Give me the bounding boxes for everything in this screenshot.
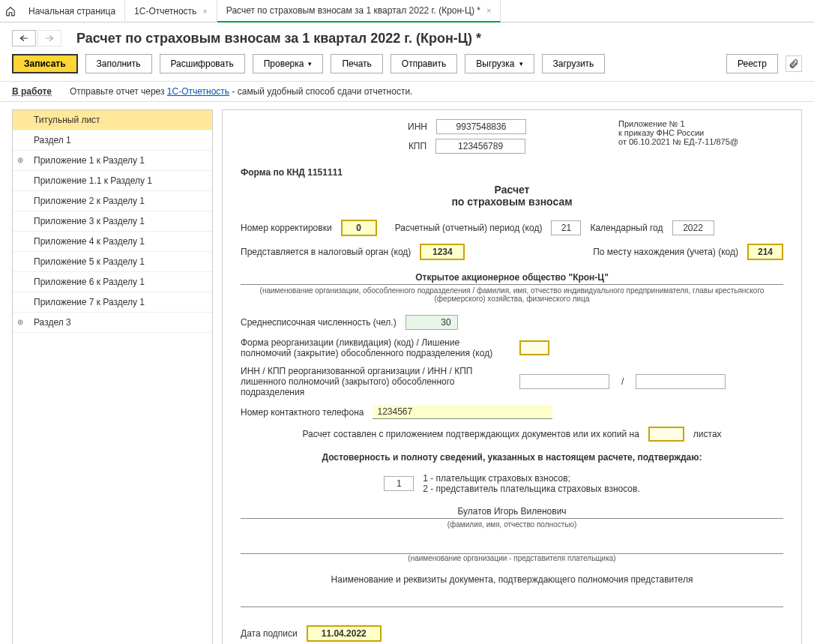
sidebar-item-app7[interactable]: Приложение 7 к Разделу 1 — [13, 292, 212, 313]
doc-field[interactable] — [241, 594, 783, 607]
home-icon — [4, 5, 16, 17]
sidebar-item-app5[interactable]: Приложение 5 к Разделу 1 — [13, 252, 212, 272]
sidebar-label: Приложение 1 к Разделу 1 — [34, 155, 145, 166]
info-text: Отправьте отчет через 1С-Отчетность - са… — [70, 86, 412, 97]
confirm-opt2: 2 - представитель плательщика страховых … — [423, 484, 639, 494]
tab-bar: Начальная страница 1С-Отчетность × Расче… — [0, 0, 814, 22]
inn-field[interactable]: 9937548836 — [436, 119, 526, 134]
sidebar-label: Раздел 3 — [34, 317, 71, 328]
inn-label: ИНН — [408, 121, 427, 132]
kpp-label: КПП — [408, 141, 426, 151]
tab-home[interactable]: Начальная страница — [19, 0, 125, 22]
form-title-line1: Расчет — [241, 184, 783, 196]
org-name[interactable]: Открытое акционерное общество "Крон-Ц" — [241, 272, 783, 285]
sign-date-field[interactable]: 11.04.2022 — [307, 625, 382, 642]
reorg-inn-field[interactable] — [519, 374, 609, 389]
sheets-label1: Расчет составлен с приложением подтвержд… — [302, 429, 639, 439]
import-button[interactable]: Загрузить — [542, 54, 606, 73]
confirm-options: 1 - плательщик страховых взносов; 2 - пр… — [423, 473, 639, 494]
sidebar-item-app3[interactable]: Приложение 3 к Разделу 1 — [13, 211, 212, 232]
tax-auth-field[interactable]: 1234 — [420, 244, 465, 260]
slash-separator: / — [618, 376, 627, 387]
org-hint: (наименование организации, обособленного… — [241, 286, 783, 303]
close-icon[interactable]: × — [486, 6, 491, 15]
print-button[interactable]: Печать — [331, 54, 382, 73]
form-title: Расчет по страховым взносам — [241, 184, 783, 208]
fio-field[interactable]: Булатов Игорь Виленович — [241, 506, 783, 519]
appendix-line: к приказу ФНС России — [618, 128, 783, 137]
appendix-info: Приложение № 1 к приказу ФНС России от 0… — [618, 119, 783, 146]
tab-home-label: Начальная страница — [28, 6, 115, 16]
chevron-down-icon: ▾ — [308, 60, 312, 67]
page-header: Расчет по страховым взносам за 1 квартал… — [0, 22, 814, 51]
avg-count-field[interactable]: 30 — [406, 315, 458, 330]
check-button-label: Проверка — [264, 58, 304, 69]
reorg-inn-label: ИНН / КПП реорганизованной организации /… — [241, 366, 510, 397]
tab-reporting[interactable]: 1С-Отчетность × — [125, 0, 217, 22]
confirm-opt1: 1 - плательщик страховых взносов; — [423, 473, 639, 484]
export-button-label: Выгрузка — [476, 58, 514, 69]
doc-title: Наименование и реквизиты документа, подт… — [241, 574, 783, 585]
phone-label: Номер контактного телефона — [241, 407, 364, 418]
sidebar-item-section3[interactable]: ⊕Раздел 3 — [13, 313, 212, 333]
export-button[interactable]: Выгрузка▾ — [465, 54, 534, 73]
registry-button[interactable]: Реестр — [726, 54, 778, 73]
tab-reporting-label: 1С-Отчетность — [134, 6, 196, 16]
nav-back-button[interactable] — [12, 30, 36, 46]
sidebar-item-section1[interactable]: Раздел 1 — [13, 130, 212, 151]
save-button[interactable]: Записать — [12, 54, 78, 73]
status-label[interactable]: В работе — [12, 86, 52, 97]
close-icon[interactable]: × — [202, 7, 207, 16]
page-title: Расчет по страховым взносам за 1 квартал… — [76, 31, 481, 46]
info-bar: В работе Отправьте отчет через 1С-Отчетн… — [0, 81, 814, 102]
sidebar: Титульный лист Раздел 1 ⊕Приложение 1 к … — [12, 109, 213, 644]
chevron-down-icon: ▾ — [519, 60, 523, 67]
sidebar-item-app4[interactable]: Приложение 4 к Разделу 1 — [13, 232, 212, 252]
correction-field[interactable]: 0 — [341, 220, 377, 236]
tab-calculation-label: Расчет по страховым взносам за 1 квартал… — [226, 5, 480, 16]
send-button[interactable]: Отправить — [391, 54, 458, 73]
correction-label: Номер корректировки — [241, 223, 332, 233]
sidebar-item-title-page[interactable]: Титульный лист — [13, 110, 212, 130]
appendix-line: от 06.10.2021 № ЕД-7-11/875@ — [618, 137, 783, 146]
location-label: По месту нахождения (учета) (код) — [593, 247, 738, 257]
kpp-field[interactable]: 123456789 — [435, 139, 525, 154]
reorg-label: Форма реорганизации (ликвидация) (код) /… — [241, 337, 510, 358]
form-title-line2: по страховым взносам — [241, 196, 783, 208]
fill-button[interactable]: Заполнить — [85, 54, 152, 73]
sidebar-item-app1[interactable]: ⊕Приложение 1 к Разделу 1 — [13, 151, 212, 171]
period-label: Расчетный (отчетный) период (код) — [395, 223, 543, 233]
year-field[interactable]: 2022 — [672, 220, 714, 235]
tab-calculation[interactable]: Расчет по страховым взносам за 1 квартал… — [217, 0, 501, 22]
location-field[interactable]: 214 — [747, 244, 783, 260]
sheets-field[interactable] — [648, 427, 684, 442]
check-button[interactable]: Проверка▾ — [253, 54, 324, 73]
info-suffix: - самый удобный способ сдачи отчетности. — [229, 86, 412, 97]
reporting-link[interactable]: 1С-Отчетность — [167, 86, 229, 97]
reorg-code-field[interactable] — [519, 340, 549, 355]
phone-field[interactable]: 1234567 — [373, 405, 552, 419]
tax-auth-label: Представляется в налоговый орган (код) — [241, 247, 411, 257]
sidebar-item-app6[interactable]: Приложение 6 к Разделу 1 — [13, 272, 212, 292]
expand-icon[interactable]: ⊕ — [17, 318, 23, 326]
confirm-code-field[interactable]: 1 — [384, 476, 414, 491]
reorg-kpp-field[interactable] — [636, 374, 726, 389]
form-area: ИНН 9937548836 КПП 123456789 Приложение … — [222, 109, 802, 644]
sidebar-item-app2[interactable]: Приложение 2 к Разделу 1 — [13, 191, 212, 211]
fio-hint: (фамилия, имя, отчество полностью) — [241, 520, 783, 529]
info-prefix: Отправьте отчет через — [70, 86, 167, 97]
expand-icon[interactable]: ⊕ — [17, 156, 23, 164]
nav-forward-button[interactable] — [37, 30, 61, 46]
confirm-title: Достоверность и полноту сведений, указан… — [241, 452, 783, 463]
year-label: Календарный год — [590, 223, 663, 233]
sidebar-item-app1-1[interactable]: Приложение 1.1 к Разделу 1 — [13, 171, 212, 191]
period-field[interactable]: 21 — [551, 220, 581, 235]
avg-count-label: Среднесписочная численность (чел.) — [241, 317, 397, 328]
sheets-label2: листах — [693, 429, 722, 439]
attachment-button[interactable] — [786, 55, 802, 72]
appendix-line: Приложение № 1 — [618, 119, 783, 128]
sign-date-label: Дата подписи — [241, 628, 298, 639]
repr-org-field[interactable] — [241, 541, 783, 554]
repr-org-hint: (наименование организации - представител… — [241, 554, 783, 562]
decode-button[interactable]: Расшифровать — [160, 54, 245, 73]
